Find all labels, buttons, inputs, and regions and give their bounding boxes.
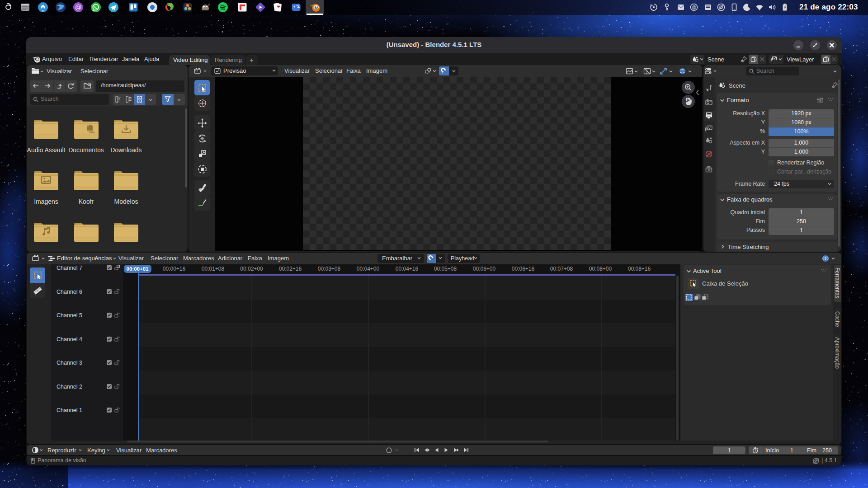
svg-text:@: @: [692, 5, 696, 10]
svg-text:@: @: [75, 4, 81, 11]
